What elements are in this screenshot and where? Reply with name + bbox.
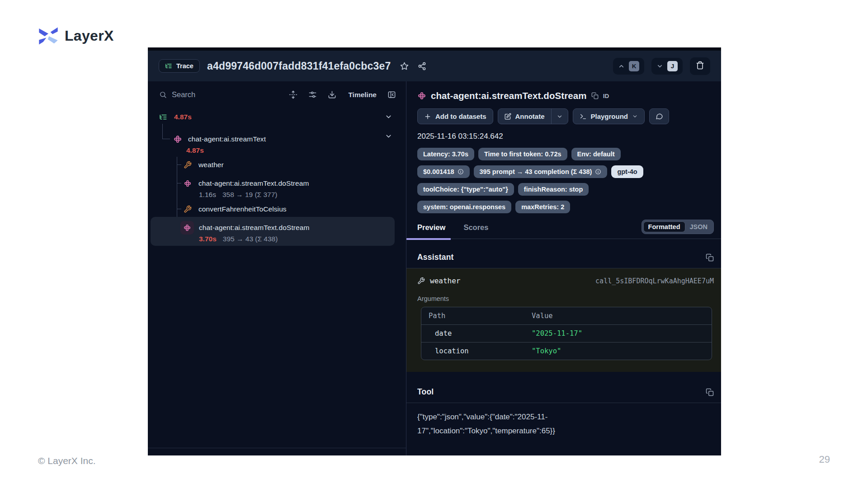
column-header-value: Value bbox=[524, 307, 712, 324]
trace-type-badge: Trace bbox=[159, 59, 200, 73]
tree-item-label: chat-agent:ai.streamText.doStream bbox=[199, 224, 310, 232]
section-divider bbox=[406, 403, 721, 403]
tab-preview[interactable]: Preview bbox=[417, 223, 445, 232]
tree-item-meta: 3.70s 395 → 43 (Σ 438) bbox=[199, 234, 278, 244]
tree-item-meta: 4.87s bbox=[186, 145, 204, 156]
arguments-label: Arguments bbox=[417, 295, 714, 302]
copy-icon[interactable] bbox=[706, 253, 714, 262]
tree-panel-bottom-divider bbox=[148, 448, 406, 448]
add-to-datasets-button[interactable]: Add to datasets bbox=[417, 108, 493, 124]
annotate-split-button: Annotate bbox=[498, 108, 568, 124]
tree-item-duration: 3.70s bbox=[199, 235, 217, 243]
annotate-button[interactable]: Annotate bbox=[498, 109, 551, 124]
info-icon bbox=[458, 169, 464, 175]
max-retries-badge: maxRetries: 2 bbox=[515, 201, 570, 213]
ttft-badge: Time to first token: 0.72s bbox=[478, 148, 567, 160]
chevron-down-icon bbox=[632, 113, 638, 119]
chevron-down-icon[interactable] bbox=[385, 132, 392, 140]
tool-section-heading: Tool bbox=[417, 387, 434, 397]
table-row: date "2025-11-17" bbox=[421, 324, 712, 342]
assistant-section-heading: Assistant bbox=[417, 253, 454, 262]
cost-badge[interactable]: $0.001418 bbox=[417, 165, 470, 178]
argument-path: location bbox=[421, 343, 524, 360]
tree-item-label: chat-agent:ai.streamText bbox=[188, 135, 266, 143]
wrench-icon bbox=[184, 205, 192, 213]
argument-value: "Tokyo" bbox=[524, 343, 712, 360]
observation-tree: 4.87s chat-agent:ai.streamText bbox=[148, 81, 406, 455]
finish-reason-badge: finishReason: stop bbox=[518, 183, 589, 196]
add-to-datasets-label: Add to datasets bbox=[435, 113, 486, 120]
token-usage-badge[interactable]: 395 prompt → 43 completion (Σ 438) bbox=[474, 165, 608, 178]
next-trace-button[interactable]: J bbox=[651, 58, 683, 75]
tree-guide-line bbox=[162, 139, 170, 139]
tool-call-row: weather call_5sIBFDROqLrwKaAhgHAEE7uM bbox=[417, 277, 714, 285]
agent-flower-icon bbox=[184, 179, 192, 188]
agent-flower-icon bbox=[173, 135, 182, 144]
trace-id: a4d99746d007fadd831f41efa0cbc3e7 bbox=[207, 60, 391, 72]
tab-scores[interactable]: Scores bbox=[463, 223, 488, 232]
delete-trace-button[interactable] bbox=[690, 57, 710, 75]
observation-timestamp: 2025-11-16 03:15:24.642 bbox=[417, 132, 714, 141]
id-label[interactable]: ID bbox=[603, 93, 609, 99]
tree-row-generation[interactable]: chat-agent:ai.streamText.doStream bbox=[184, 177, 309, 190]
tree-row-tool[interactable]: weather bbox=[184, 158, 224, 172]
tool-call-name: weather bbox=[430, 277, 460, 285]
copy-icon[interactable] bbox=[591, 92, 599, 99]
format-toggle-json[interactable]: JSON bbox=[685, 222, 712, 232]
agent-flower-icon bbox=[183, 224, 191, 232]
trace-header-bar: Trace a4d99746d007fadd831f41efa0cbc3e7 bbox=[148, 51, 721, 81]
brand-name: LayerX bbox=[65, 28, 114, 44]
selected-item-icon-box bbox=[180, 221, 194, 235]
observation-title: chat-agent:ai.streamText.doStream bbox=[431, 90, 587, 101]
table-row: location "Tokyo" bbox=[421, 342, 712, 360]
chevron-up-icon bbox=[618, 63, 625, 70]
tabs-divider bbox=[406, 239, 721, 239]
observation-detail-panel: chat-agent:ai.streamText.doStream ID Add… bbox=[406, 81, 721, 455]
presentation-slide: LayerX Trace a4d99746d007fadd831f41efa0c… bbox=[0, 0, 868, 488]
format-toggle-formatted[interactable]: Formatted bbox=[643, 221, 685, 232]
format-toggle: Formatted JSON bbox=[642, 220, 714, 234]
tree-item-meta: 1.16s 358 → 19 (Σ 377) bbox=[199, 189, 278, 200]
playground-label: Playground bbox=[591, 113, 628, 120]
chevron-down-icon bbox=[656, 63, 663, 70]
copy-icon[interactable] bbox=[706, 388, 714, 396]
tree-item-duration: 1.16s bbox=[199, 191, 216, 199]
tree-guide-line bbox=[162, 124, 163, 139]
chevron-down-icon[interactable] bbox=[385, 113, 392, 121]
agent-flower-icon bbox=[417, 91, 426, 100]
list-tree-icon bbox=[159, 113, 167, 121]
wrench-icon bbox=[417, 277, 425, 285]
model-badge[interactable]: gpt-4o bbox=[611, 165, 643, 178]
tree-row-tool[interactable]: convertFahrenheitToCelsius bbox=[184, 202, 287, 216]
tree-item-label: weather bbox=[198, 161, 224, 169]
playground-button[interactable]: Playground bbox=[573, 108, 645, 124]
active-tab-underline bbox=[406, 238, 451, 240]
trace-badge-label: Trace bbox=[176, 62, 193, 70]
tree-guide-line bbox=[177, 164, 181, 165]
share-icon[interactable] bbox=[418, 62, 426, 70]
prev-trace-button[interactable]: K bbox=[613, 58, 644, 75]
chevron-down-icon bbox=[557, 113, 563, 120]
tree-item-label: chat-agent:ai.streamText.doStream bbox=[198, 179, 309, 188]
copyright-text: © LayerX Inc. bbox=[38, 455, 96, 466]
tree-item-label: convertFahrenheitToCelsius bbox=[198, 205, 287, 213]
arguments-table: Path Value date "2025-11-17" location "T… bbox=[421, 307, 712, 360]
column-header-path: Path bbox=[421, 307, 524, 324]
trace-tree-panel: Search bbox=[148, 81, 406, 455]
annotate-dropdown-button[interactable] bbox=[552, 109, 568, 124]
tree-row-agent[interactable]: chat-agent:ai.streamText bbox=[173, 132, 266, 146]
tool-result-body: {"type":"json","value":{"date":"2025-11-… bbox=[417, 410, 598, 438]
comments-button[interactable] bbox=[649, 108, 669, 124]
tool-call-id: call_5sIBFDROqLrwKaAhgHAEE7uM bbox=[595, 277, 714, 285]
star-icon[interactable] bbox=[400, 62, 409, 70]
shortcut-key-j: J bbox=[667, 61, 678, 71]
annotate-label: Annotate bbox=[515, 113, 545, 120]
argument-path: date bbox=[421, 325, 524, 342]
tree-row-root[interactable]: 4.87s bbox=[159, 110, 192, 124]
wrench-icon bbox=[184, 161, 192, 169]
layerx-logo: LayerX bbox=[38, 25, 114, 46]
arguments-table-header: Path Value bbox=[421, 307, 712, 324]
terminal-icon bbox=[580, 113, 587, 120]
tool-choice-badge: toolChoice: {"type":"auto"} bbox=[417, 183, 514, 196]
tree-row-generation-selected[interactable]: chat-agent:ai.streamText.doStream bbox=[199, 221, 310, 235]
